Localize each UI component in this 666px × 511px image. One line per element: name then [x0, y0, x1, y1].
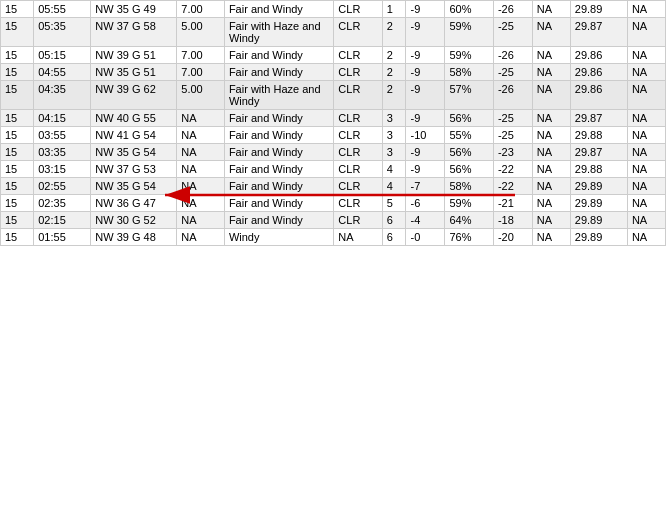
table-cell: NA	[627, 47, 665, 64]
table-cell: 29.89	[570, 212, 627, 229]
table-cell: 5	[382, 195, 406, 212]
table-cell: CLR	[334, 110, 382, 127]
table-cell: NW 35 G 49	[91, 1, 177, 18]
table-cell: -9	[406, 110, 445, 127]
table-cell: 15	[1, 18, 34, 47]
table-row: 1504:15NW 40 G 55NAFair and WindyCLR3-95…	[1, 110, 666, 127]
table-cell: NA	[627, 212, 665, 229]
table-cell: Fair and Windy	[224, 110, 333, 127]
table-cell: 15	[1, 212, 34, 229]
table-row: 1504:35NW 39 G 625.00Fair with Haze and …	[1, 81, 666, 110]
table-cell: Fair and Windy	[224, 212, 333, 229]
table-cell: NA	[627, 81, 665, 110]
table-cell: -10	[406, 127, 445, 144]
table-cell: NA	[177, 161, 225, 178]
table-cell: Fair and Windy	[224, 47, 333, 64]
table-cell: 29.89	[570, 229, 627, 246]
table-cell: NW 39 G 51	[91, 47, 177, 64]
table-row: 1503:35NW 35 G 54NAFair and WindyCLR3-95…	[1, 144, 666, 161]
table-cell: CLR	[334, 18, 382, 47]
table-cell: NW 41 G 54	[91, 127, 177, 144]
table-cell: NA	[532, 212, 570, 229]
weather-data-table: 1505:55NW 35 G 497.00Fair and WindyCLR1-…	[0, 0, 666, 246]
table-cell: Fair and Windy	[224, 1, 333, 18]
table-cell: 15	[1, 229, 34, 246]
table-cell: NW 30 G 52	[91, 212, 177, 229]
table-cell: Fair and Windy	[224, 178, 333, 195]
table-cell: Windy	[224, 229, 333, 246]
table-cell: 15	[1, 47, 34, 64]
table-cell: 29.87	[570, 18, 627, 47]
table-cell: -26	[493, 47, 532, 64]
table-cell: 3	[382, 110, 406, 127]
table-cell: Fair with Haze and Windy	[224, 18, 333, 47]
table-cell: -9	[406, 18, 445, 47]
table-cell: 5.00	[177, 18, 225, 47]
table-cell: 29.88	[570, 161, 627, 178]
table-cell: 56%	[445, 110, 494, 127]
table-cell: Fair and Windy	[224, 161, 333, 178]
table-row: 1503:55NW 41 G 54NAFair and WindyCLR3-10…	[1, 127, 666, 144]
table-row: 1502:35NW 36 G 47NAFair and WindyCLR5-65…	[1, 195, 666, 212]
table-cell: NA	[627, 161, 665, 178]
table-cell: NA	[627, 1, 665, 18]
table-cell: NA	[627, 110, 665, 127]
table-cell: 59%	[445, 195, 494, 212]
table-cell: 15	[1, 81, 34, 110]
table-cell: -20	[493, 229, 532, 246]
table-cell: NA	[532, 229, 570, 246]
table-cell: NW 35 G 54	[91, 144, 177, 161]
table-cell: -9	[406, 64, 445, 81]
table-cell: 2	[382, 18, 406, 47]
table-cell: -26	[493, 1, 532, 18]
table-row: 1502:55NW 35 G 54NAFair and WindyCLR4-75…	[1, 178, 666, 195]
table-cell: Fair and Windy	[224, 195, 333, 212]
table-cell: -23	[493, 144, 532, 161]
table-cell: 15	[1, 195, 34, 212]
table-row: 1501:55NW 39 G 48NAWindyNA6-076%-20NA29.…	[1, 229, 666, 246]
table-cell: 7.00	[177, 47, 225, 64]
table-cell: -0	[406, 229, 445, 246]
table-cell: NA	[177, 127, 225, 144]
table-cell: NA	[334, 229, 382, 246]
table-cell: 60%	[445, 1, 494, 18]
table-cell: 5.00	[177, 81, 225, 110]
table-cell: -22	[493, 178, 532, 195]
table-cell: Fair and Windy	[224, 64, 333, 81]
table-cell: -26	[493, 81, 532, 110]
table-cell: NW 37 G 53	[91, 161, 177, 178]
table-row: 1505:15NW 39 G 517.00Fair and WindyCLR2-…	[1, 47, 666, 64]
table-cell: 04:35	[34, 81, 91, 110]
table-cell: 6	[382, 229, 406, 246]
table-cell: NA	[532, 81, 570, 110]
table-cell: -25	[493, 110, 532, 127]
table-cell: 02:35	[34, 195, 91, 212]
table-row: 1502:15NW 30 G 52NAFair and WindyCLR6-46…	[1, 212, 666, 229]
table-cell: -18	[493, 212, 532, 229]
table-cell: 29.87	[570, 110, 627, 127]
table-cell: NW 39 G 62	[91, 81, 177, 110]
table-cell: -4	[406, 212, 445, 229]
data-table-container: 1505:55NW 35 G 497.00Fair and WindyCLR1-…	[0, 0, 666, 246]
table-cell: NA	[532, 127, 570, 144]
table-cell: 03:35	[34, 144, 91, 161]
table-row: 1504:55NW 35 G 517.00Fair and WindyCLR2-…	[1, 64, 666, 81]
table-cell: 29.88	[570, 127, 627, 144]
table-cell: NA	[532, 18, 570, 47]
table-cell: 05:35	[34, 18, 91, 47]
table-cell: 15	[1, 1, 34, 18]
table-cell: -21	[493, 195, 532, 212]
table-cell: -25	[493, 127, 532, 144]
table-cell: 55%	[445, 127, 494, 144]
table-cell: 02:15	[34, 212, 91, 229]
table-cell: NW 35 G 51	[91, 64, 177, 81]
table-cell: NA	[532, 195, 570, 212]
table-cell: 1	[382, 1, 406, 18]
table-cell: 3	[382, 144, 406, 161]
table-cell: NA	[177, 178, 225, 195]
table-cell: 04:15	[34, 110, 91, 127]
table-cell: -9	[406, 81, 445, 110]
table-cell: CLR	[334, 47, 382, 64]
table-cell: 29.89	[570, 178, 627, 195]
table-cell: CLR	[334, 195, 382, 212]
